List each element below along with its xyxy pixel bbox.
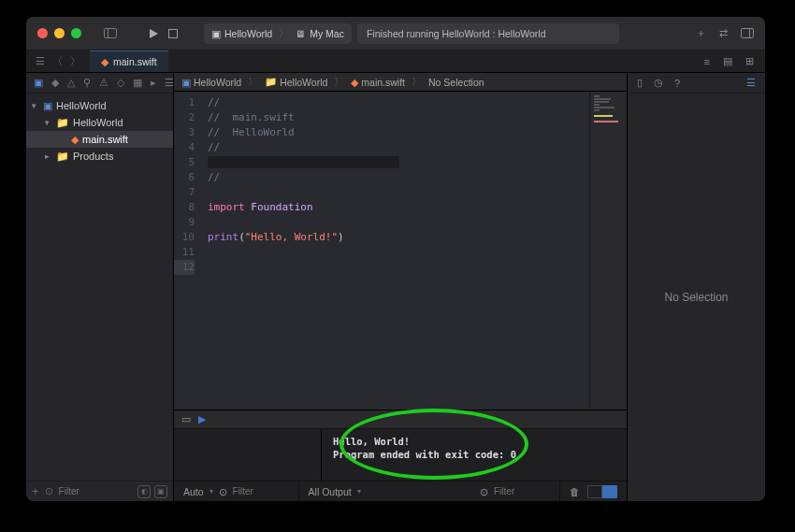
code-editor[interactable]: 123456789101112 // // main.swift // Hell…: [174, 92, 589, 410]
scm-filter-icon[interactable]: ▣: [154, 485, 167, 498]
folder-icon: 📁: [265, 76, 277, 88]
show-console-toggle[interactable]: [602, 485, 617, 498]
filter-icon[interactable]: ⊙: [45, 485, 53, 497]
chevron-right-icon: 〉: [245, 76, 261, 89]
code-content[interactable]: // // main.swift // HelloWorld // // // …: [200, 92, 589, 410]
inspector-empty-label: No Selection: [664, 291, 728, 304]
line-number-gutter: 123456789101112: [174, 92, 200, 410]
inspector-toggle-icon[interactable]: [741, 26, 754, 40]
filter-icon[interactable]: ⊙: [219, 486, 227, 497]
report-nav-icon[interactable]: ☰: [165, 77, 174, 89]
disclosure-down-icon[interactable]: ▾: [32, 101, 39, 110]
show-vars-toggle[interactable]: [587, 485, 602, 498]
debug-bar: ▭ ▶: [174, 410, 627, 429]
filter-icon[interactable]: ⊙: [480, 486, 488, 497]
inspector-body: No Selection: [628, 93, 765, 501]
add-file-icon[interactable]: +: [32, 484, 39, 498]
folder-name: HelloWorld: [73, 117, 123, 128]
toolbar-right: ＋ ⇄: [696, 26, 754, 40]
stop-button[interactable]: [168, 28, 178, 39]
minimize-window-button[interactable]: [54, 28, 65, 38]
console-filter-input[interactable]: [494, 486, 550, 496]
navigator-tabs: ▣ ◆ △ ⚲ ⚠ ◇ ▦ ▸ ☰: [26, 73, 173, 93]
project-nav-tab-icon[interactable]: ▣: [34, 77, 43, 89]
navigator-filter-input[interactable]: [59, 486, 124, 496]
scheme-selector[interactable]: ▣ HelloWorld 〉 🖥 My Mac: [204, 23, 352, 44]
project-name: HelloWorld: [56, 100, 107, 111]
svg-rect-0: [105, 29, 117, 38]
variables-view[interactable]: [174, 429, 322, 481]
folder-icon: 📁: [56, 117, 69, 129]
variables-filter-input[interactable]: [233, 486, 289, 496]
tab-filename: main.swift: [113, 56, 157, 67]
output-scope-selector[interactable]: All Output: [309, 486, 352, 497]
code-review-icon[interactable]: ⇄: [719, 26, 728, 40]
editor-column: ▣HelloWorld 〉 📁HelloWorld 〉 ◆main.swift …: [174, 73, 627, 501]
inspector-panel: ▯ ◷ ? ☰ No Selection: [627, 73, 765, 501]
console-filter-seg: All Output▾ ⊙: [299, 482, 560, 501]
related-items-icon[interactable]: ☰: [36, 55, 45, 67]
library-plus-icon[interactable]: ＋: [696, 26, 706, 40]
scheme-project: HelloWorld: [224, 28, 272, 39]
jump-bar[interactable]: ▣HelloWorld 〉 📁HelloWorld 〉 ◆main.swift …: [174, 73, 627, 92]
swift-icon: ◆: [101, 56, 108, 67]
debug-area: ▭ ▶ Hello, World! Program ended with exi…: [174, 410, 627, 501]
close-window-button[interactable]: [37, 28, 48, 38]
scheme-destination: My Mac: [310, 28, 344, 39]
scheme-separator: 〉: [276, 27, 292, 40]
auto-scope-selector[interactable]: Auto: [183, 486, 204, 497]
assistant-editor-icon[interactable]: ▤: [723, 55, 732, 67]
titlebar: ▣ HelloWorld 〉 🖥 My Mac Finished running…: [26, 17, 765, 50]
tab-main-swift[interactable]: ◆ main.swift: [90, 50, 168, 72]
swift-file-icon: ◆: [351, 77, 358, 88]
disclosure-down-icon[interactable]: ▾: [45, 118, 52, 127]
svg-rect-3: [742, 29, 754, 38]
add-editor-icon[interactable]: ⊞: [745, 55, 754, 67]
tab-nav: ☰ 〈 〉: [26, 50, 90, 72]
project-icon: ▣: [43, 100, 52, 112]
history-inspector-icon[interactable]: ◷: [654, 77, 663, 89]
recent-filter-icon[interactable]: ◐: [137, 485, 151, 498]
navigator-toggle-icon[interactable]: [104, 28, 117, 38]
nav-back-icon[interactable]: 〈: [52, 54, 63, 68]
project-navigator: ▣ ◆ △ ⚲ ⚠ ◇ ▦ ▸ ☰ ▾ ▣ HelloWorld ▾ 📁: [26, 73, 174, 501]
hide-debug-icon[interactable]: ▭: [181, 413, 191, 425]
source-control-nav-icon[interactable]: ◆: [51, 77, 59, 89]
editor-options-icon[interactable]: ≡: [704, 56, 710, 67]
test-nav-icon[interactable]: ◇: [117, 77, 124, 89]
breakpoints-toggle-icon[interactable]: ▶: [198, 413, 206, 425]
disclosure-right-icon[interactable]: ▸: [45, 151, 52, 161]
breakpoint-nav-icon[interactable]: ▸: [151, 77, 156, 89]
tree-target-folder[interactable]: ▾ 📁 HelloWorld: [26, 114, 173, 131]
tree-project-root[interactable]: ▾ ▣ HelloWorld: [26, 97, 173, 114]
find-nav-icon[interactable]: ⚲: [83, 77, 91, 89]
minimap[interactable]: [589, 92, 627, 410]
jumpbar-crumb-folder: 📁HelloWorld: [265, 76, 327, 88]
zoom-window-button[interactable]: [71, 28, 81, 38]
symbol-nav-icon[interactable]: △: [67, 77, 75, 89]
tree-products-folder[interactable]: ▸ 📁 Products: [26, 148, 173, 165]
folder-name: Products: [73, 151, 113, 162]
help-inspector-icon[interactable]: ?: [674, 78, 680, 89]
file-inspector-icon[interactable]: ▯: [637, 77, 643, 89]
toolbar-left-icons: [104, 28, 117, 38]
clear-console-icon[interactable]: 🗑: [570, 486, 580, 497]
tree-file-main-swift[interactable]: ◆ main.swift: [26, 131, 173, 148]
debug-footer: Auto▾ ⊙ All Output▾ ⊙ 🗑: [174, 481, 627, 501]
project-icon: ▣: [181, 77, 191, 88]
folder-icon: 📁: [56, 151, 69, 163]
run-controls: [149, 28, 178, 39]
console-output[interactable]: Hello, World! Program ended with exit co…: [322, 429, 627, 481]
debug-nav-icon[interactable]: ▦: [133, 77, 142, 89]
inspector-menu-icon[interactable]: ☰: [746, 77, 756, 89]
variables-filter-seg: Auto▾ ⊙: [174, 482, 299, 501]
editor-area: 123456789101112 // // main.swift // Hell…: [174, 92, 627, 410]
run-button[interactable]: [149, 28, 159, 39]
nav-forward-icon[interactable]: 〉: [70, 54, 80, 68]
debug-pane-toggle[interactable]: [587, 485, 617, 498]
jumpbar-crumb-symbol: No Selection: [428, 77, 484, 88]
file-name: main.swift: [82, 134, 128, 145]
issue-nav-icon[interactable]: ⚠: [99, 77, 108, 89]
debug-footer-right: 🗑: [560, 485, 627, 498]
tabbar-right: ≡ ▤ ⊞: [693, 50, 765, 72]
